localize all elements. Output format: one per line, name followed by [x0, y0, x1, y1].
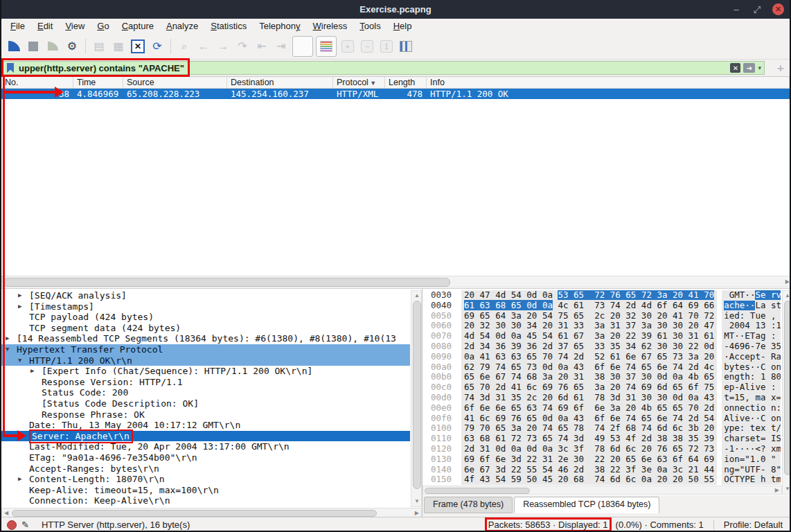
hex-row[interactable]: 00b065 6e 67 74 68 3a 20 31 38 30 37 30 …	[423, 372, 782, 382]
detail-row[interactable]: TCP payload (424 bytes)	[1, 312, 410, 323]
filter-clear-icon[interactable]: ✕	[730, 63, 740, 73]
capture-comment-icon[interactable]: ✎	[21, 520, 29, 530]
detail-hscrollbar[interactable]: ◀ ▶	[1, 508, 422, 517]
byte-view-tab[interactable]: Frame (478 bytes)	[424, 497, 513, 513]
column-header-destination[interactable]: Destination	[227, 77, 333, 88]
detail-row[interactable]: Last-Modified: Tue, 20 Apr 2004 13:17:00…	[1, 441, 410, 452]
column-header-time[interactable]: Time	[73, 77, 123, 88]
hex-row[interactable]: 00e06f 6e 6e 65 63 74 69 6f 6e 3a 20 4b …	[423, 403, 782, 414]
collapse-icon[interactable]: ▼	[6, 344, 9, 355]
hex-row[interactable]: 01202d 31 0d 0a 0d 0a 3c 3f 78 6d 6c 20 …	[423, 444, 782, 454]
hex-row[interactable]: 00802d 34 36 39 36 2d 37 65 33 35 34 62 …	[423, 342, 782, 352]
menu-tools[interactable]: Tools	[353, 21, 386, 31]
expand-icon[interactable]: ▶	[30, 366, 34, 377]
detail-row[interactable]: Response Phrase: OK	[1, 409, 410, 420]
packet-list-hscrollbar[interactable]: ▶	[1, 276, 791, 287]
auto-scroll-button[interactable]	[292, 36, 313, 57]
detail-row[interactable]: ▶[SEQ/ACK analysis]	[1, 290, 410, 301]
hex-row[interactable]: 004061 63 68 65 0d 0a 4c 61 73 74 2d 4d …	[423, 301, 782, 311]
column-header-length[interactable]: Length	[385, 77, 427, 88]
hex-row[interactable]: 00f041 6c 69 76 65 0d 0a 43 6f 6e 74 65 …	[423, 414, 782, 424]
hex-row[interactable]: 00704d 54 0d 0a 45 54 61 67 3a 20 22 39 …	[423, 331, 782, 342]
detail-row[interactable]: Status Code: 200	[1, 387, 410, 398]
start-capture-button[interactable]	[4, 37, 24, 56]
resize-columns-button[interactable]	[396, 37, 416, 56]
detail-row[interactable]: [Status Code Description: OK]	[1, 398, 410, 409]
colorize-button[interactable]	[316, 36, 337, 57]
detail-row[interactable]: Keep-Alive: timeout=15, max=100\r\n	[1, 485, 410, 496]
minimize-button[interactable]: –	[731, 4, 742, 15]
detail-row[interactable]: ▶[Expert Info (Chat/Sequence): HTTP/1.1 …	[1, 366, 410, 377]
column-header-source[interactable]: Source	[123, 77, 227, 88]
hex-row[interactable]: 005069 65 64 3a 20 54 75 65 2c 20 32 30 …	[423, 311, 782, 321]
scroll-down-icon[interactable]: ▼	[414, 499, 420, 504]
reload-file-button[interactable]	[148, 37, 167, 56]
hex-row[interactable]: 00900a 41 63 63 65 70 74 2d 52 61 6e 67 …	[423, 352, 782, 362]
menu-analyze[interactable]: Analyze	[160, 21, 204, 31]
hex-row[interactable]: 00a062 79 74 65 73 0d 0a 43 6f 6e 74 65 …	[423, 362, 782, 373]
detail-row[interactable]: Response Version: HTTP/1.1	[1, 377, 410, 388]
expand-icon[interactable]: ▶	[18, 474, 21, 485]
hex-row[interactable]: 013069 6f 6e 3d 22 31 2e 30 22 20 65 6e …	[423, 454, 782, 465]
detail-row[interactable]: TCP segment data (424 bytes)	[1, 323, 410, 334]
detail-row[interactable]: Accept-Ranges: bytes\r\n	[1, 463, 410, 475]
column-header-no[interactable]: No.	[1, 77, 73, 88]
hex-hscrollbar[interactable]: ▶	[423, 486, 782, 495]
column-header-protocol[interactable]: Protocol ▼	[333, 77, 385, 88]
filter-dropdown-icon[interactable]: ▾	[758, 64, 761, 71]
menu-capture[interactable]: Capture	[116, 21, 160, 31]
menu-help[interactable]: Help	[387, 21, 418, 31]
packet-row[interactable]: 384.84696965.208.228.223145.254.160.237H…	[1, 89, 790, 99]
menu-wireless[interactable]: Wireless	[307, 21, 354, 31]
detail-row[interactable]: ETag: "9a01a-4696-7e354b00"\r\n	[1, 452, 410, 463]
packet-bytes-pane[interactable]: 003020 47 4d 54 0d 0a 53 65 72 76 65 72 …	[423, 290, 782, 485]
scroll-up-icon[interactable]: ▲	[785, 293, 790, 299]
expand-icon[interactable]: ▶	[18, 301, 21, 312]
hex-row[interactable]: 003020 47 4d 54 0d 0a 53 65 72 76 65 72 …	[423, 290, 782, 301]
detail-row[interactable]: Connection: Keep-Alive\r\n	[1, 495, 410, 506]
close-file-button[interactable]	[128, 37, 148, 56]
hex-vscrollbar[interactable]: ▲ ▼	[782, 290, 791, 495]
hex-row[interactable]: 011063 68 61 72 73 65 74 3d 49 53 4f 2d …	[423, 434, 782, 444]
status-profile[interactable]: Profile: Default	[724, 520, 783, 530]
expand-icon[interactable]: ▶	[6, 333, 9, 344]
scroll-right-icon[interactable]: ▶	[775, 488, 779, 493]
scroll-right-icon[interactable]: ▶	[785, 279, 790, 285]
hex-row[interactable]: 00c065 70 2d 41 6c 69 76 65 3a 20 74 69 …	[423, 382, 782, 393]
close-button[interactable]: ✕	[772, 3, 784, 15]
hex-row[interactable]: 00d074 3d 31 35 2c 20 6d 61 78 3d 31 30 …	[423, 393, 782, 403]
scroll-left-icon[interactable]: ◀	[4, 511, 8, 516]
hex-row[interactable]: 006020 32 30 30 34 20 31 33 3a 31 37 3a …	[423, 321, 782, 331]
expand-icon[interactable]: ▶	[18, 290, 21, 301]
byte-view-tab[interactable]: Reassembled TCP (18364 bytes)	[514, 497, 659, 513]
detail-row[interactable]: Server: Apache\r\n	[1, 431, 410, 442]
scroll-up-icon[interactable]: ▲	[414, 293, 420, 299]
maximize-button[interactable]: ⤢	[752, 4, 763, 15]
menu-view[interactable]: View	[59, 21, 91, 31]
detail-row[interactable]: ▶[Timestamps]	[1, 301, 410, 312]
packet-detail-pane[interactable]: ▶[SEQ/ACK analysis]▶[Timestamps]TCP payl…	[1, 290, 410, 507]
display-filter-input[interactable]: upper(http.server) contains "APACHE" ✕ ➔…	[3, 61, 765, 75]
hex-row[interactable]: 010079 70 65 3a 20 74 65 78 74 2f 68 74 …	[423, 423, 782, 434]
menu-telephony[interactable]: Telephony	[253, 21, 306, 31]
filter-add-button[interactable]: +	[777, 62, 784, 76]
detail-row[interactable]: ▶[14 Reassembled TCP Segments (18364 byt…	[1, 333, 410, 344]
column-header-info[interactable]: Info	[427, 77, 790, 88]
hex-row[interactable]: 01504f 43 54 59 50 45 20 68 74 6d 6c 0a …	[423, 475, 782, 485]
detail-row[interactable]: ▼HTTP/1.1 200 OK\r\n	[1, 355, 410, 366]
detail-row[interactable]: ▼Hypertext Transfer Protocol	[1, 344, 410, 355]
packet-list-body[interactable]	[1, 99, 790, 276]
capture-options-button[interactable]	[62, 37, 82, 56]
hex-row[interactable]: 01406e 67 3d 22 55 54 46 2d 38 22 3f 3e …	[423, 465, 782, 475]
scroll-down-icon[interactable]: ▼	[785, 486, 790, 492]
menu-statistics[interactable]: Statistics	[204, 21, 253, 31]
filter-apply-icon[interactable]: ➔	[743, 63, 755, 73]
detail-row[interactable]: ▶Content-Length: 18070\r\n	[1, 474, 410, 485]
menu-go[interactable]: Go	[91, 21, 115, 31]
expert-info-icon[interactable]	[7, 520, 17, 530]
collapse-icon[interactable]: ▼	[18, 355, 21, 366]
menu-edit[interactable]: Edit	[31, 21, 59, 31]
scroll-right-icon[interactable]: ▶	[415, 511, 419, 516]
bookmark-icon[interactable]	[7, 63, 14, 73]
menu-file[interactable]: File	[4, 21, 31, 31]
